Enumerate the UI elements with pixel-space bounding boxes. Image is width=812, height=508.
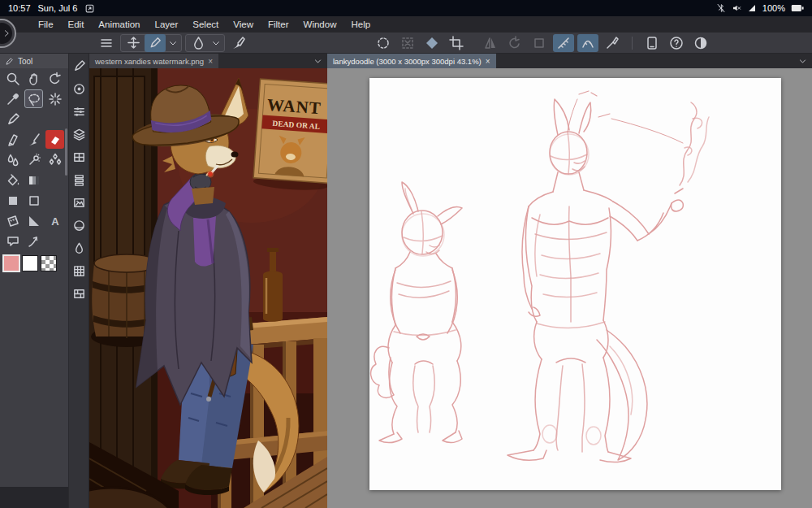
menu-item-view[interactable]: View — [226, 18, 261, 31]
menu-item-animation[interactable]: Animation — [91, 18, 147, 31]
main-color-swatch[interactable] — [3, 255, 19, 271]
snap-curve-button[interactable] — [577, 34, 598, 52]
transform-icon — [425, 36, 439, 50]
menu-item-layer[interactable]: Layer — [148, 18, 186, 31]
paint-switch-dropdown[interactable] — [209, 34, 222, 52]
sketch-page[interactable] — [369, 78, 781, 490]
speech-balloon-icon — [6, 234, 20, 249]
menu-item-edit[interactable]: Edit — [61, 18, 92, 31]
menu-item-file[interactable]: File — [31, 18, 61, 31]
rotate-arrow-icon — [48, 72, 63, 86]
eraser-tool[interactable] — [45, 130, 64, 149]
screenshot-icon — [84, 3, 95, 14]
tool-switch-dropdown[interactable] — [166, 34, 179, 52]
snap-ruler-button[interactable] — [553, 34, 574, 52]
transparent-color-swatch[interactable] — [41, 255, 57, 271]
toolbar-separator — [632, 37, 633, 50]
move-tool-button[interactable] — [123, 34, 144, 52]
pen-tool[interactable] — [3, 110, 22, 128]
lasso-icon — [27, 92, 41, 106]
blend-tool[interactable] — [3, 150, 22, 169]
image-icon[interactable] — [72, 196, 86, 210]
canvas-viewport[interactable] — [327, 68, 812, 508]
eraser-icon — [48, 132, 63, 147]
tool-panel-title: Tool — [18, 57, 32, 66]
crop-button[interactable] — [446, 34, 467, 52]
brush-tool[interactable] — [24, 130, 43, 149]
paint-drop-button[interactable] — [188, 34, 209, 52]
fill-tool[interactable] — [3, 171, 22, 189]
chevron-down-icon — [211, 38, 221, 48]
menu-item-window[interactable]: Window — [296, 18, 344, 31]
flip-button[interactable] — [480, 34, 501, 52]
droplet-icon[interactable] — [72, 241, 86, 255]
palette-strip — [69, 54, 89, 508]
menu-item-select[interactable]: Select — [185, 18, 226, 31]
clip-studio-window: 10:57 Sun, Jul 6 100% File Edit Animatio… — [0, 0, 812, 508]
gradient-tool[interactable] — [24, 171, 43, 189]
text-tool[interactable]: A — [45, 211, 64, 230]
layers-icon[interactable] — [72, 128, 86, 141]
svg-text:A: A — [51, 215, 59, 227]
decoration-tool[interactable] — [45, 150, 64, 169]
table-icon[interactable] — [72, 150, 86, 164]
main-menu-button[interactable] — [96, 34, 117, 52]
brush-button[interactable] — [228, 34, 249, 52]
snap-ruler-icon — [556, 36, 571, 50]
hand-tool[interactable] — [24, 69, 43, 88]
crop-icon — [449, 36, 464, 50]
tab-close-icon[interactable]: × — [486, 57, 490, 66]
menu-item-filter[interactable]: Filter — [261, 18, 296, 31]
help-button[interactable] — [666, 34, 687, 52]
rotate-view-button[interactable] — [504, 34, 525, 52]
auto-select-tool[interactable] — [45, 89, 64, 108]
reset-view-button[interactable] — [529, 34, 550, 52]
tool-panel-header[interactable]: Tool — [0, 54, 68, 68]
snap-special-ruler-button[interactable] — [602, 34, 623, 52]
flow-arrow-icon — [27, 234, 41, 249]
right-tabbar: lankydoodle (3000 x 3000px 300dpi 43.1%)… — [327, 54, 812, 68]
airbrush-tool[interactable] — [24, 150, 43, 169]
pen-switch-button[interactable] — [145, 34, 166, 52]
tool-panel-scrollbar[interactable] — [65, 128, 67, 176]
invert-display-button[interactable] — [690, 34, 711, 52]
polygon-tool[interactable] — [24, 211, 43, 230]
ruler-tool[interactable] — [3, 211, 22, 230]
transform-button[interactable] — [421, 34, 443, 52]
sliders-icon[interactable] — [72, 105, 86, 119]
frame-tool[interactable] — [3, 191, 22, 210]
left-tabbar: western xandies watermark.png × — [89, 54, 327, 68]
stack-icon[interactable] — [72, 173, 86, 187]
canvas-western-illustration[interactable]: WANT DEAD OR AL — [89, 68, 327, 508]
bluetooth-off-icon — [716, 3, 726, 13]
deselect-button[interactable] — [397, 34, 418, 52]
tool-panel-drawer-handle[interactable] — [0, 487, 68, 508]
lasso-tool[interactable] — [24, 89, 43, 108]
tab-western-xandies[interactable]: western xandies watermark.png × — [89, 54, 218, 68]
sub-color-swatch[interactable] — [22, 255, 38, 271]
eyedropper-tool[interactable] — [3, 89, 22, 108]
tab-lankydoodle[interactable]: lankydoodle (3000 x 3000px 300dpi 43.1%)… — [327, 54, 496, 68]
tab-list-chevron-icon[interactable] — [309, 57, 327, 66]
flow-line-tool[interactable] — [24, 232, 43, 250]
select-area-button[interactable] — [373, 34, 394, 52]
sphere-icon[interactable] — [72, 219, 86, 232]
brush-icon[interactable] — [72, 59, 86, 73]
bricks-icon[interactable] — [72, 287, 86, 301]
grid-icon[interactable] — [72, 264, 86, 278]
chevron-down-icon — [168, 38, 178, 48]
eyedropper-icon — [6, 92, 20, 106]
menu-item-help[interactable]: Help — [343, 18, 378, 31]
color-circle-icon[interactable] — [72, 82, 86, 96]
tab-close-icon[interactable]: × — [208, 57, 213, 66]
balloon-tool[interactable] — [3, 232, 22, 250]
marker-tool[interactable] — [3, 130, 22, 149]
rotate-view-icon — [508, 36, 522, 50]
tab-list-chevron-icon[interactable] — [793, 57, 812, 66]
deselect-icon — [400, 36, 415, 50]
rotate-view-tool[interactable] — [45, 69, 64, 88]
diamonds-icon — [48, 153, 63, 167]
device-mode-button[interactable] — [641, 34, 663, 52]
figure-tool[interactable] — [24, 191, 43, 210]
zoom-tool[interactable] — [3, 69, 22, 88]
